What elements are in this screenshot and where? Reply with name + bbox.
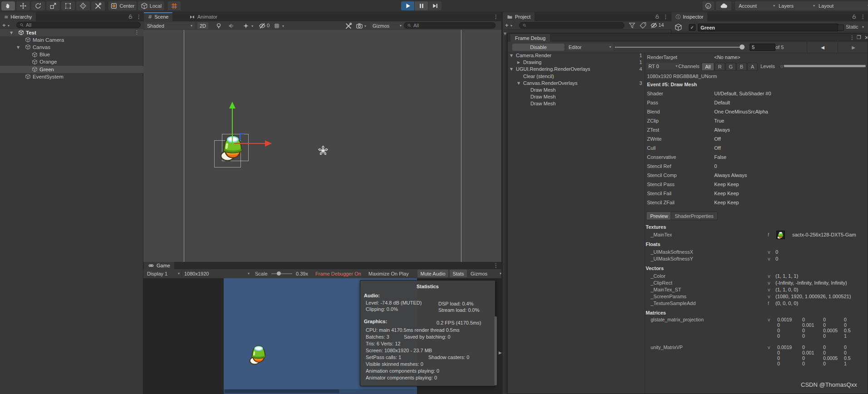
tab-animator[interactable]: Animator [185,12,221,21]
stats-button[interactable]: Stats [450,270,467,277]
audio-toggle-icon[interactable] [228,22,235,30]
game-vscrollbar-thumb[interactable] [495,316,497,385]
layout-dropdown[interactable]: Layout▾ [815,1,868,10]
step-button[interactable] [428,1,441,10]
hidden-count-icon[interactable] [650,22,657,29]
move-tool-button[interactable] [16,1,30,10]
levels-slider-track[interactable] [780,65,866,67]
property-label: Stencil Fail [647,191,672,196]
project-toolbar: + ▾ 14 [503,21,672,30]
tab-game[interactable]: Game [144,262,174,269]
splitter-collapse-arrow-icon[interactable]: ▶ [499,350,502,355]
detail-tab-shaderproperties[interactable]: ShaderProperties [671,212,718,220]
game-hscrollbar-thumb[interactable] [225,389,339,393]
tree-expander-icon[interactable]: ▼ [17,45,20,49]
scale-slider-thumb[interactable] [277,271,281,276]
rt-dropdown[interactable]: RT 0▾ [646,63,680,70]
hierarchy-item-canvas[interactable]: ▼Canvas [0,44,143,51]
custom-tool-button[interactable] [91,1,105,10]
chevron-down-icon[interactable]: ▾ [251,25,253,28]
shading-mode-dropdown[interactable]: Shaded▾ [145,22,195,29]
chevron-down-icon[interactable]: ▾ [282,25,284,28]
hierarchy-item-green[interactable]: Green [0,66,143,73]
static-checkbox[interactable] [838,25,844,31]
rotate-tool-button[interactable] [31,1,45,10]
grid-snap-button[interactable] [168,1,181,10]
active-checkbox[interactable]: ✓ [689,24,696,31]
lighting-toggle-icon[interactable] [215,22,222,30]
kebab-menu-icon[interactable]: ⋮ [860,14,866,20]
maximize-on-play-button[interactable]: Maximize On Play [368,271,409,276]
kebab-menu-icon[interactable]: ⋮ [134,30,139,35]
property-label: Stencil Comp [647,172,677,178]
2d-toggle-button[interactable]: 2D [197,22,208,29]
property-label: ZWrite [647,136,662,142]
channel-r-button[interactable]: R [715,63,725,71]
grid-visibility-icon[interactable] [273,22,280,30]
matrix-name: glstate_matrix_projection [651,317,704,322]
tab-scene[interactable]: #Scene [144,12,172,21]
y-axis-gizmo-line[interactable] [232,108,233,145]
chevron-down-icon[interactable]: ▾ [862,25,864,29]
project-search-input[interactable] [519,22,624,29]
lock-icon[interactable] [851,14,857,20]
tab-inspector[interactable]: ⓘInspector [672,12,707,21]
x-axis-gizmo-arrow[interactable] [265,140,272,147]
kebab-menu-icon[interactable]: ⋮ [493,14,499,20]
y-axis-gizmo-arrow[interactable] [229,102,235,108]
tab-project[interactable]: Project [503,12,535,21]
create-asset-button[interactable]: + [505,22,509,29]
tree-expander-icon[interactable]: ▼ [504,32,506,36]
gameobject-name-field[interactable]: Green [698,24,839,31]
levels-slider-thumb[interactable] [780,64,784,69]
kebab-menu-icon[interactable]: ⋮ [493,262,499,269]
scale-slider-track[interactable] [271,273,292,274]
hierarchy-item-blue[interactable]: Blue [0,51,143,59]
hierarchy-item-eventsystem[interactable]: EventSystem [0,73,143,80]
detail-tab-preview[interactable]: Preview [646,212,672,220]
rect-tool-button[interactable] [61,1,75,10]
chevron-down-icon[interactable]: ▾ [364,25,366,28]
effects-toggle-icon[interactable] [242,22,250,30]
mute-audio-button[interactable]: Mute Audio [417,270,448,277]
shader-property-name: _MainTex [651,232,672,237]
channels-label: Channels [678,64,699,69]
scene-viewport[interactable] [143,30,501,262]
lock-icon[interactable] [654,14,660,20]
hierarchy-item-main-camera[interactable]: Main Camera [0,36,143,44]
hierarchy-item-test[interactable]: ▼Test⋮ [0,29,143,36]
game-gizmos-dropdown[interactable]: Gizmos▾ [468,270,504,277]
display-dropdown[interactable]: Display 1▾ [145,270,182,277]
chevron-down-icon[interactable]: ▾ [510,24,512,28]
gizmos-dropdown[interactable]: Gizmos▾ [370,22,404,29]
svg-text:p: p [707,4,710,8]
cloud-services-button[interactable] [716,1,731,10]
pivot-local-button[interactable]: Local [138,1,164,10]
pivot-center-button[interactable]: Center [108,1,137,10]
label-filter-icon[interactable] [639,22,647,29]
layers-dropdown[interactable]: Layers▾ [775,1,819,10]
play-button[interactable] [401,1,414,10]
channel-all-button[interactable]: All [701,63,714,71]
x-axis-gizmo-line[interactable] [234,143,265,144]
hidden-objects-icon[interactable] [259,22,266,30]
transform-tool-button[interactable] [76,1,90,10]
hand-tool-button[interactable] [1,1,15,10]
kebab-menu-icon[interactable]: ⋮ [663,14,668,20]
tree-expander-icon[interactable]: ▼ [10,31,13,35]
component-tools-icon[interactable] [345,22,352,30]
scene-search-input[interactable]: All [404,22,495,29]
asset-filter-icon[interactable] [628,22,636,29]
channel-b-button[interactable]: B [736,63,747,71]
hierarchy-item-orange[interactable]: Orange [0,59,143,66]
channel-a-button[interactable]: A [747,63,758,71]
channel-g-button[interactable]: G [726,63,736,71]
property-value: Keep Keep [714,191,739,196]
version-control-button[interactable]: p [702,1,714,10]
resolution-dropdown[interactable]: 1080x1920▾ [181,270,252,277]
account-dropdown[interactable]: Account▾ [735,1,779,10]
scene-camera-icon[interactable] [356,22,363,30]
matrix-type: v [768,317,770,322]
pause-button[interactable] [415,1,428,10]
scale-tool-button[interactable] [46,1,60,10]
